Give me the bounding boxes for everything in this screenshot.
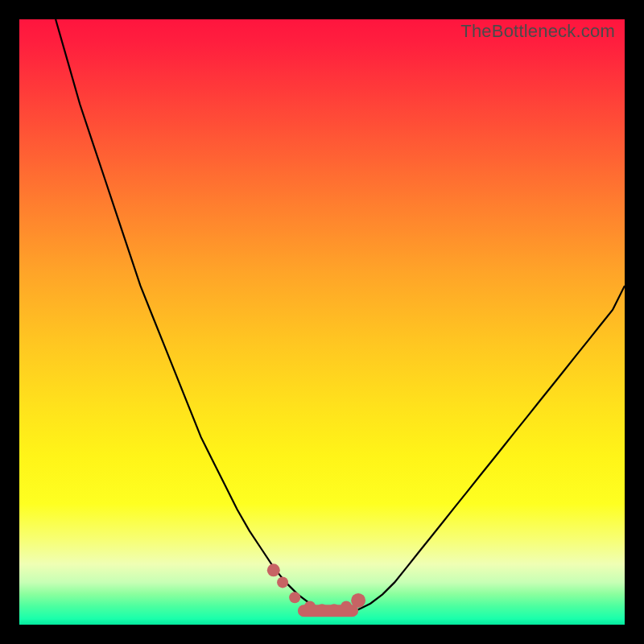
highlight-dot [289, 592, 300, 603]
watermark-label: TheBottleneck.com [460, 21, 615, 42]
highlight-dots [19, 19, 625, 625]
chart-area: TheBottleneck.com [19, 19, 625, 625]
highlight-dot [277, 576, 288, 588]
highlight-dot [267, 564, 280, 576]
